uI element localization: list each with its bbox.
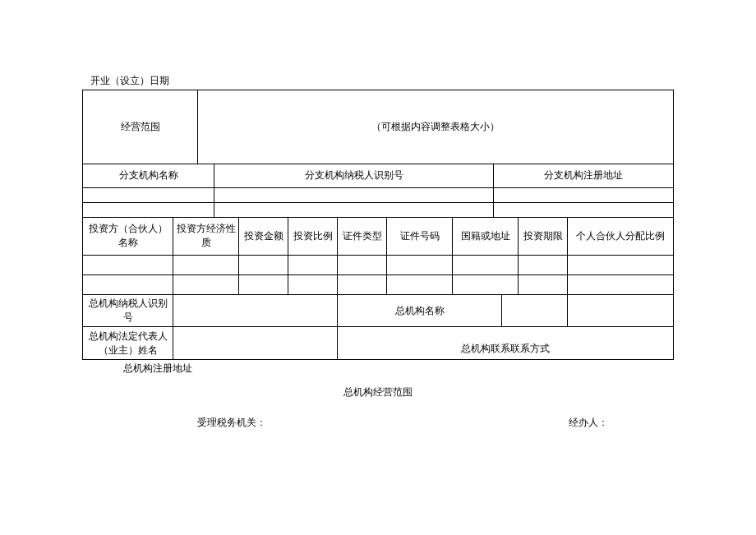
branch-addr-cell [494,187,674,202]
branch-name-cell [83,202,214,217]
accepting-org-label: 受理税务机关： [82,416,266,430]
investor-nation-header: 国籍或地址 [453,218,519,256]
hq-name-value-1 [502,295,568,327]
hq-row-2: 总机构法定代表人（业主）姓名 总机构联系联系方式 [83,327,674,360]
cell [239,275,288,295]
cell [288,256,338,275]
cell [173,275,239,295]
branch-name-cell [83,187,214,202]
cell [239,256,288,275]
cell [83,256,173,275]
hq-table: 总机构纳税人识别号 总机构名称 总机构法定代表人（业主）姓名 总机构联系联系方式 [82,295,674,360]
cell [519,275,568,295]
hq-name-label: 总机构名称 [338,295,502,327]
scope-row: 经营范围 （可根据内容调整表格大小） [83,90,674,164]
cell [173,256,239,275]
opening-date-label: 开业（设立）日期 [82,74,674,88]
cell [387,256,453,275]
investor-table: 投资方（合伙人）名称 投资方经济性质 投资金额 投资比例 证件类型 证件号码 国… [82,218,674,296]
cell [568,275,674,295]
hq-row-1: 总机构纳税人识别号 总机构名称 [83,295,674,327]
cell [453,256,519,275]
investor-period-header: 投资期限 [519,218,568,256]
branch-data-row-2 [83,202,674,217]
branch-taxid-cell [214,187,494,202]
investor-ratio-header: 投资比例 [288,218,338,256]
investor-certno-header: 证件号码 [387,218,453,256]
branch-taxid-header: 分支机构纳税人识别号 [214,164,494,187]
document-container: 开业（设立）日期 经营范围 （可根据内容调整表格大小） 分支机构名称 分支机构纳… [82,74,674,430]
branch-header-row: 分支机构名称 分支机构纳税人识别号 分支机构注册地址 [83,164,674,187]
investor-certtype-header: 证件类型 [338,218,387,256]
branch-taxid-cell [214,202,494,217]
branch-data-row-1 [83,187,674,202]
cell [83,275,173,295]
investor-data-row-2 [83,275,674,295]
scope-table: 经营范围 （可根据内容调整表格大小） [82,90,674,164]
hq-legal-value [173,327,338,360]
hq-legal-label: 总机构法定代表人（业主）姓名 [83,327,173,360]
cell [338,275,387,295]
branch-name-header: 分支机构名称 [83,164,214,187]
investor-partner-ratio-header: 个人合伙人分配比例 [568,218,674,256]
investor-name-header: 投资方（合伙人）名称 [83,218,173,256]
scope-content-cell: （可根据内容调整表格大小） [198,90,674,164]
branch-table: 分支机构名称 分支机构纳税人识别号 分支机构注册地址 [82,164,674,218]
hq-scope-label: 总机构经营范围 [82,385,674,399]
handler-label: 经办人： [569,416,674,430]
cell [387,275,453,295]
hq-contact-label: 总机构联系联系方式 [338,327,674,360]
branch-addr-header: 分支机构注册地址 [494,164,674,187]
investor-econ-header: 投资方经济性质 [173,218,239,256]
investor-data-row-1 [83,256,674,275]
hq-name-value-2 [568,295,674,327]
cell [338,256,387,275]
hq-taxid-label: 总机构纳税人识别号 [83,295,173,327]
branch-addr-cell [494,202,674,217]
cell [453,275,519,295]
hq-taxid-value [173,295,338,327]
cell [568,256,674,275]
footer-row: 受理税务机关： 经办人： [82,416,674,430]
hq-addr-label: 总机构注册地址 [82,362,674,376]
cell [288,275,338,295]
investor-amount-header: 投资金额 [239,218,288,256]
cell [519,256,568,275]
investor-header-row: 投资方（合伙人）名称 投资方经济性质 投资金额 投资比例 证件类型 证件号码 国… [83,218,674,256]
scope-label-cell: 经营范围 [83,90,198,164]
